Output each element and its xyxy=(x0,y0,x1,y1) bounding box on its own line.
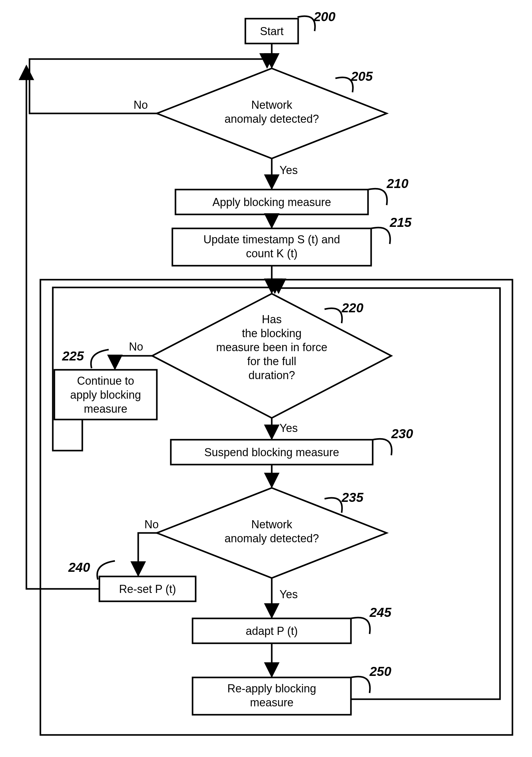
b210-line1: Apply blocking measure xyxy=(212,196,331,208)
b215-line2: count K (t) xyxy=(246,247,297,260)
edge-220-no-label: No xyxy=(129,340,143,353)
edge-235-no-label: No xyxy=(144,518,159,531)
b250-label: 250 xyxy=(369,664,391,679)
b240-label: 240 xyxy=(68,560,90,575)
node-b215: Update timestamp S (t) and count K (t) 2… xyxy=(172,215,412,266)
b225-l3: measure xyxy=(84,403,127,415)
b225-label: 225 xyxy=(62,349,84,363)
node-b210: Apply blocking measure 210 xyxy=(176,176,408,214)
d235-label: 235 xyxy=(341,490,364,505)
b230-label: 230 xyxy=(391,426,413,441)
d205-line1: Network xyxy=(251,99,293,111)
d205-label: 205 xyxy=(350,69,373,84)
d235-l1: Network xyxy=(251,518,293,531)
node-start-text: Start xyxy=(260,25,284,38)
b230-l1: Suspend blocking measure xyxy=(204,446,339,459)
edge-205-no-label: No xyxy=(133,99,148,111)
d220-label: 220 xyxy=(341,300,363,315)
d205-line2: anomaly detected? xyxy=(225,112,319,125)
b215-label: 215 xyxy=(389,215,412,230)
d220-l1: Has xyxy=(262,313,282,326)
b240-l1: Re-set P (t) xyxy=(119,583,176,595)
b210-label: 210 xyxy=(386,176,408,191)
edge-235-yes-label: Yes xyxy=(280,588,298,601)
edge-220-yes-label: Yes xyxy=(280,422,298,435)
flowchart: Start 200 Network anomaly detected? 205 … xyxy=(0,0,532,757)
b245-l1: adapt P (t) xyxy=(246,624,297,637)
node-start: Start 200 xyxy=(245,9,335,44)
b250-l2: measure xyxy=(250,696,294,709)
d220-l4: for the full xyxy=(247,355,296,368)
d235-l2: anomaly detected? xyxy=(225,532,319,545)
node-start-label: 200 xyxy=(313,9,335,24)
d220-l5: duration? xyxy=(248,369,295,381)
b250-l1: Re-apply blocking xyxy=(227,682,316,695)
b245-label: 245 xyxy=(369,605,392,620)
d220-l3: measure been in force xyxy=(216,341,327,354)
node-d205: Network anomaly detected? 205 xyxy=(157,68,387,159)
b225-l1: Continue to xyxy=(77,375,134,387)
b225-l2: apply blocking xyxy=(70,388,141,401)
edge-205-yes-label: Yes xyxy=(280,164,298,176)
b215-line1: Update timestamp S (t) and xyxy=(204,233,340,246)
d220-l2: the blocking xyxy=(242,327,301,340)
